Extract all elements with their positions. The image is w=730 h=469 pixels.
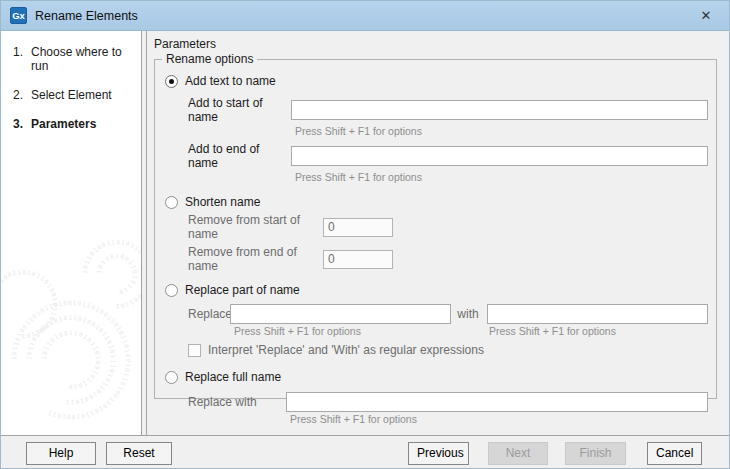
previous-button[interactable]: Previous [408,442,469,465]
field-label: Replace with [188,395,286,409]
field-label: Add to end of name [188,142,291,170]
remove-from-end-input[interactable] [323,250,393,269]
reset-button[interactable]: Reset [106,442,172,465]
radio-unselected-icon[interactable] [165,284,178,297]
add-to-start-row: Add to start of name [188,96,708,124]
svg-text:101101001101011010010110100110: 1011010011010110100101101001101011010010… [25,314,117,406]
step-label: Select Element [31,88,112,102]
field-label: Remove from start of name [188,213,323,241]
replace-row: Replace with [188,304,708,324]
shortcut-hint: Press Shift + F1 for options [291,125,708,138]
radio-label: Replace full name [185,370,281,384]
parameters-panel: Parameters Rename options Add text to na… [147,31,729,435]
rename-elements-dialog: Gx Rename Elements ✕ 1. Choose where to … [0,0,730,469]
replace-input[interactable] [230,304,451,324]
groupbox-label: Rename options [162,52,257,66]
remove-from-start-row: Remove from start of name [188,213,708,241]
hint-row: Press Shift + F1 for options [188,413,708,426]
hint-row: Press Shift + F1 for options [188,171,708,184]
shortcut-hint: Press Shift + F1 for options [286,413,708,426]
close-icon[interactable]: ✕ [692,2,720,30]
panel-title: Parameters [154,37,717,51]
remove-from-start-input[interactable] [323,218,393,237]
checkbox-label: Interpret 'Replace' and 'With' as regula… [208,343,484,357]
replace-with-row: Replace with [188,392,708,412]
shortcut-hint: Press Shift + F1 for options [485,325,708,338]
next-button: Next [488,442,548,465]
radio-add-text-to-name[interactable]: Add text to name [165,74,708,88]
svg-text:10110100110101101001011010: 10110100110101101001011010 [40,329,102,391]
add-to-end-input[interactable] [291,146,708,166]
step-label: Parameters [31,117,96,131]
add-to-end-row: Add to end of name [188,142,708,170]
with-input[interactable] [487,304,708,324]
svg-text:101101001101011010010110100110: 1011010011010110100101101001101011010010… [10,299,132,421]
replace-full-input[interactable] [286,392,708,412]
remove-from-end-row: Remove from end of name [188,245,708,273]
svg-text:1011010011010110: 1011010011010110 [95,252,139,296]
rename-options-groupbox: Rename options Add text to name Add to s… [154,59,717,399]
step-number: 3. [13,117,31,131]
radio-replace-full-name[interactable]: Replace full name [165,370,708,384]
shortcut-hint: Press Shift + F1 for options [291,171,708,184]
svg-text:101101001101011010010110100110: 1011010011010110100101101001101 [1,268,59,340]
svg-text:101101001101011010010110100110: 1011010011010110100101101001101 [81,240,142,310]
cancel-button[interactable]: Cancel [647,442,702,465]
radio-label: Shorten name [185,195,260,209]
title-bar: Gx Rename Elements ✕ [1,1,729,31]
field-label: Add to start of name [188,96,291,124]
window-title: Rename Elements [35,9,138,23]
radio-selected-icon[interactable] [165,75,178,88]
step-label: Choose where to run [31,45,141,73]
step-number: 1. [13,45,31,73]
binary-spiral-watermark: 1011010011010110100101101001101011010010… [1,240,142,435]
hint-row: Press Shift + F1 for options [188,125,708,138]
radio-unselected-icon[interactable] [165,196,178,209]
wizard-steps-sidebar: 1. Choose where to run 2. Select Element… [1,31,142,435]
hint-row: Press Shift + F1 for options Press Shift… [188,325,708,338]
regex-checkbox[interactable] [188,344,201,357]
step-number: 2. [13,88,31,102]
radio-label: Replace part of name [185,283,300,297]
radio-label: Add text to name [185,74,276,88]
add-to-start-input[interactable] [291,100,708,120]
field-label: Remove from end of name [188,245,323,273]
radio-shorten-name[interactable]: Shorten name [165,195,708,209]
finish-button: Finish [565,442,626,465]
wizard-step-1: 1. Choose where to run [1,45,141,73]
app-icon: Gx [10,7,27,24]
with-label: with [457,307,478,321]
shortcut-hint: Press Shift + F1 for options [230,325,453,338]
regex-checkbox-row: Interpret 'Replace' and 'With' as regula… [188,343,708,357]
radio-unselected-icon[interactable] [165,371,178,384]
wizard-step-3-current: 3. Parameters [1,117,141,131]
dialog-button-bar: Help Reset Previous Next Finish Cancel [1,435,729,469]
wizard-step-2: 2. Select Element [1,88,141,102]
field-label: Replace [188,307,230,321]
help-button[interactable]: Help [26,442,96,465]
radio-replace-part-of-name[interactable]: Replace part of name [165,283,708,297]
